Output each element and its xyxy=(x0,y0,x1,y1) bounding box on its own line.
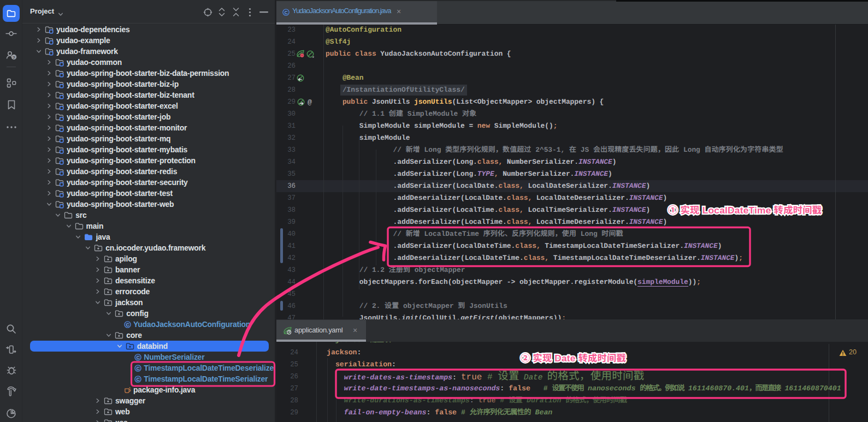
svg-text:C: C xyxy=(284,10,287,15)
svg-text:C: C xyxy=(137,354,140,360)
svg-text:C: C xyxy=(137,365,140,371)
svg-text:C: C xyxy=(126,322,129,327)
svg-text:?: ? xyxy=(13,55,15,60)
svg-text:C: C xyxy=(137,376,140,382)
